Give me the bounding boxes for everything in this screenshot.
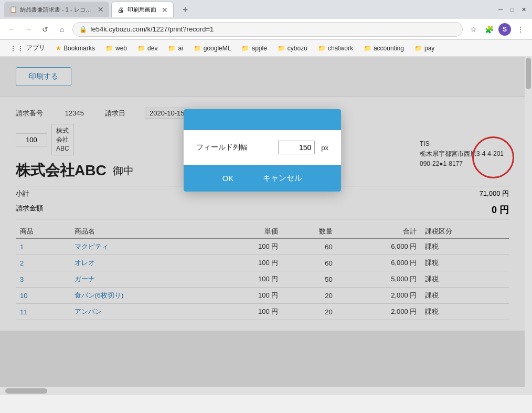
bookmark-ai[interactable]: 📁 ai [164,44,187,53]
bookmark-dev[interactable]: 📁 dev [133,44,162,53]
bookmark-star-icon[interactable]: ☆ [467,23,480,36]
bookmark-dev-label: dev [147,45,157,52]
folder-icon-cybozu: 📁 [278,45,285,52]
extensions-icon[interactable]: 🧩 [483,23,495,36]
tab-print[interactable]: 🖨 印刷用画面 ✕ [111,2,174,17]
modal-body: フィールド列幅 px [184,130,341,165]
reload-button[interactable]: ↺ [39,23,51,36]
scrollbar-thumb[interactable] [526,58,531,89]
maximize-button[interactable]: □ [508,5,516,14]
close-button[interactable]: ✕ [519,5,528,14]
scrollbar-horizontal[interactable] [0,387,532,395]
bookmark-accounting[interactable]: 📁 accounting [359,44,408,53]
folder-icon-web: 📁 [105,45,113,52]
scrollbar-vertical[interactable] [525,57,532,387]
bookmark-cybozu-label: cybozu [288,45,307,52]
url-text: fe54k.cybozu.com/k/1227/print?record=1 [90,25,214,33]
bookmark-web[interactable]: 📁 web [101,44,131,53]
window-controls: ─ □ ✕ [496,5,528,14]
bookmark-apps-label: アプリ [26,44,45,52]
folder-icon-pay: 📁 [414,45,422,52]
modal-dialog: フィールド列幅 px OK キャンセル [184,109,341,192]
bookmark-googleml-label: googleML [204,45,231,52]
tab-close-print[interactable]: ✕ [162,6,168,14]
tabs-container: 📋 納品書兼請求書 - 1 - レコードの詳... ✕ 🖨 印刷用画面 ✕ + [4,2,494,17]
scrollbar-h-thumb[interactable] [5,388,47,394]
tab-delivery[interactable]: 📋 納品書兼請求書 - 1 - レコードの詳... ✕ [4,2,109,17]
bookmark-chatwork-label: chatwork [328,45,353,52]
bookmark-apps[interactable]: ⋮⋮ アプリ [5,43,49,54]
modal-header [184,109,341,130]
new-tab-button[interactable]: + [178,3,193,17]
modal-cancel-button[interactable]: キャンセル [254,171,311,185]
back-button[interactable]: ← [5,23,18,36]
modal-field-input[interactable] [278,141,315,154]
tab-close-delivery[interactable]: ✕ [98,5,104,14]
bookmark-googleml[interactable]: 📁 googleML [189,44,236,53]
folder-icon-chatwork: 📁 [318,45,326,52]
tab-label-delivery: 納品書兼請求書 - 1 - レコードの詳... [20,6,92,14]
page-content: 印刷する 請求番号 12345 請求日 2020-10-15 100 株式 会社… [0,57,532,387]
bookmark-web-label: web [115,45,127,52]
bookmarks-bar: ⋮⋮ アプリ ★ Bookmarks 📁 web 📁 dev 📁 ai 📁 go… [0,40,532,57]
tab-icon-print: 🖨 [117,6,124,14]
bookmark-cybozu[interactable]: 📁 cybozu [273,44,312,53]
modal-ok-button[interactable]: OK [214,171,242,185]
address-actions: ☆ 🧩 S ⋮ [467,23,527,36]
home-button[interactable]: ⌂ [56,23,68,36]
menu-icon[interactable]: ⋮ [514,23,527,36]
bookmark-accounting-label: accounting [374,45,404,52]
modal-unit: px [321,144,328,152]
bookmark-bookmarks-label: Bookmarks [63,45,95,52]
tab-label-print: 印刷用画面 [127,6,156,14]
folder-icon-googleml: 📁 [194,45,201,52]
modal-footer: OK キャンセル [184,165,341,192]
tab-icon-delivery: 📋 [9,6,17,13]
bookmark-apple-label: apple [251,45,267,52]
profile-avatar[interactable]: S [498,23,511,36]
bookmark-chatwork[interactable]: 📁 chatwork [314,44,357,53]
title-bar: 📋 納品書兼請求書 - 1 - レコードの詳... ✕ 🖨 印刷用画面 ✕ + … [0,0,532,19]
folder-icon-dev: 📁 [137,45,145,52]
bookmark-bookmarks[interactable]: ★ Bookmarks [51,44,99,53]
url-bar[interactable]: 🔒 fe54k.cybozu.com/k/1227/print?record=1 [72,22,463,37]
folder-icon-apple: 📁 [241,45,249,52]
minimize-button[interactable]: ─ [496,5,505,14]
folder-icon-ai: 📁 [168,45,176,52]
modal-overlay: フィールド列幅 px OK キャンセル [0,57,525,387]
star-icon: ★ [56,45,61,52]
bookmark-apple[interactable]: 📁 apple [237,44,271,53]
folder-icon-accounting: 📁 [364,45,371,52]
forward-button[interactable]: → [22,23,35,36]
apps-grid-icon: ⋮⋮ [9,44,24,52]
modal-field-label: フィールド列幅 [196,143,272,152]
bookmark-pay[interactable]: 📁 pay [410,44,439,53]
lock-icon: 🔒 [79,26,87,33]
address-bar: ← → ↺ ⌂ 🔒 fe54k.cybozu.com/k/1227/print?… [0,19,532,40]
bookmark-ai-label: ai [178,45,183,52]
bookmark-pay-label: pay [424,45,434,52]
